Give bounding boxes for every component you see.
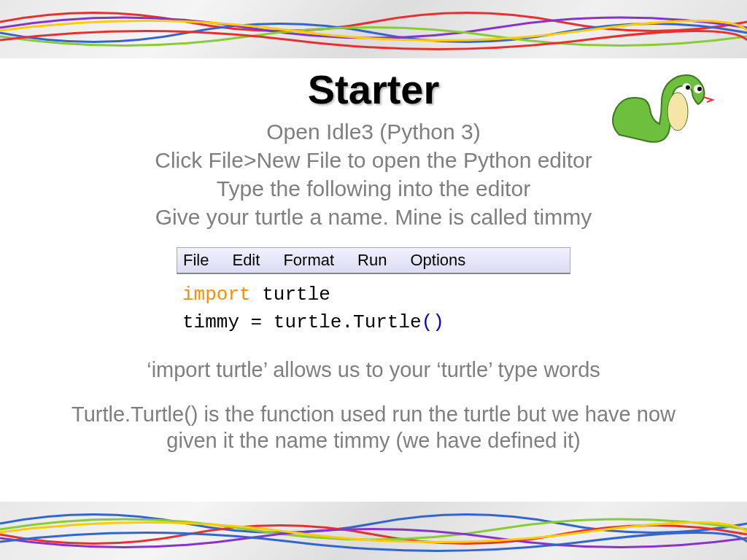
code-parens: () <box>422 311 444 333</box>
instruction-line: Type the following into the editor <box>29 174 718 203</box>
slide-title: Starter <box>29 66 718 113</box>
code-line: timmy = turtle.Turtle() <box>182 309 565 337</box>
code-text: turtle <box>251 284 330 306</box>
menu-options: Options <box>410 251 465 269</box>
instruction-line: Click File>New File to open the Python e… <box>29 146 718 174</box>
idle-menubar: FileEditFormatRunOptions <box>177 247 570 274</box>
idle-editor-screenshot: FileEditFormatRunOptions import turtle t… <box>177 247 570 339</box>
menu-file: File <box>183 251 209 269</box>
idle-code-area: import turtle timmy = turtle.Turtle() <box>177 274 570 339</box>
decorative-border-bottom <box>0 502 747 560</box>
explanation-line: Turtle.Turtle() is the function used run… <box>29 401 718 454</box>
menu-run: Run <box>357 251 387 269</box>
decorative-border-top <box>0 0 747 58</box>
instruction-line: Open Idle3 (Python 3) <box>29 117 718 146</box>
keyword-import: import <box>182 284 251 306</box>
code-text: timmy = turtle.Turtle <box>182 311 422 333</box>
explanation-line: ‘import turtle’ allows us to your ‘turtl… <box>29 357 718 383</box>
slide-content: Starter Open Idle3 (Python 3) Click File… <box>0 58 747 454</box>
code-line: import turtle <box>182 281 565 309</box>
menu-edit: Edit <box>232 251 260 269</box>
instruction-line: Give your turtle a name. Mine is called … <box>29 203 718 231</box>
menu-format: Format <box>283 251 334 269</box>
